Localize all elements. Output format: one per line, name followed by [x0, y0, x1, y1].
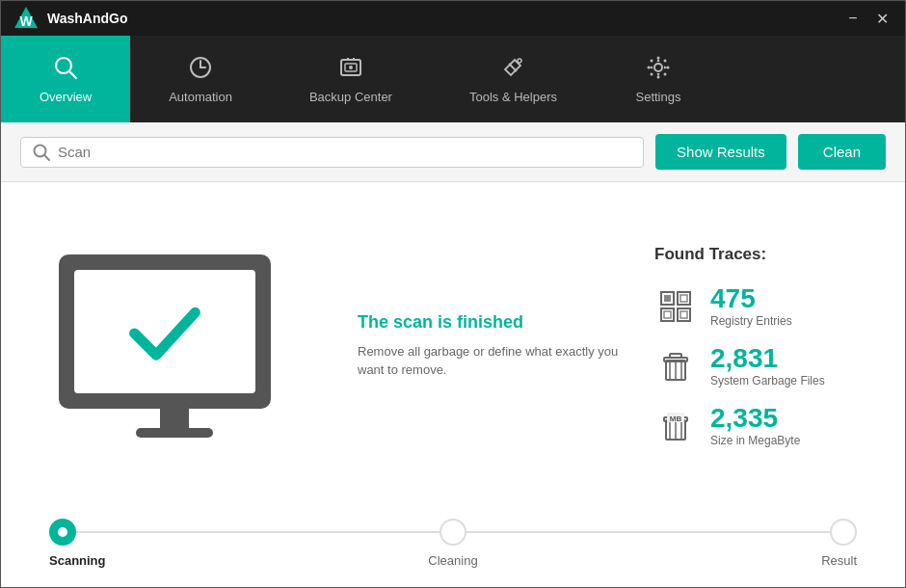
- search-icon: [33, 144, 50, 161]
- registry-count: 475: [710, 285, 792, 312]
- size-stat-row: MB 2,335 Size in MegaByte: [654, 405, 876, 447]
- app-logo-icon: W: [13, 5, 40, 32]
- svg-rect-30: [680, 311, 687, 318]
- garbage-stat-row: 2,831 System Garbage Files: [654, 345, 876, 388]
- svg-line-10: [509, 64, 517, 71]
- svg-rect-24: [678, 292, 690, 305]
- close-button[interactable]: ✕: [870, 7, 893, 30]
- result-label-wrap: Result: [760, 553, 857, 568]
- svg-line-22: [44, 155, 49, 160]
- stats-area: Found Traces:: [654, 201, 876, 490]
- mb-icon: MB: [654, 405, 697, 447]
- status-title: The scan is finished: [358, 312, 635, 333]
- overview-icon: [53, 55, 78, 84]
- svg-rect-29: [664, 311, 671, 318]
- nav-item-tools[interactable]: Tools & Helpers: [431, 36, 596, 122]
- nav-item-settings[interactable]: Settings: [596, 36, 721, 122]
- svg-point-14: [657, 75, 660, 78]
- svg-rect-28: [680, 295, 687, 302]
- progress-bar-area: Scanning Cleaning Result: [1, 509, 905, 587]
- monitor-illustration: [59, 254, 290, 438]
- title-bar: W WashAndGo − ✕: [1, 1, 905, 36]
- svg-point-16: [667, 66, 670, 68]
- step-cleaning-circle: [440, 519, 466, 546]
- monitor-screen: [74, 270, 255, 393]
- nav-tools-label: Tools & Helpers: [469, 90, 557, 104]
- steps-labels: Scanning Cleaning Result: [49, 553, 857, 568]
- monitor-base: [136, 428, 213, 438]
- step-line-1: [76, 531, 440, 533]
- scanning-label-wrap: Scanning: [49, 553, 146, 568]
- svg-point-13: [657, 56, 660, 59]
- show-results-button[interactable]: Show Results: [655, 134, 786, 170]
- step-result-circle: [830, 519, 857, 546]
- window-controls: − ✕: [841, 7, 893, 30]
- svg-point-20: [664, 72, 667, 75]
- content-area: Show Results Clean: [1, 122, 905, 587]
- nav-item-automation[interactable]: Automation: [130, 36, 271, 122]
- garbage-label: System Garbage Files: [710, 374, 825, 388]
- step-cleaning-label: Cleaning: [428, 553, 477, 568]
- settings-icon: [646, 55, 671, 84]
- clean-button[interactable]: Clean: [798, 134, 886, 170]
- size-label: Size in MegaByte: [710, 434, 800, 447]
- svg-rect-27: [664, 295, 671, 302]
- svg-rect-36: [670, 354, 681, 358]
- registry-stat-row: 475 Registry Entries: [654, 285, 876, 328]
- svg-point-19: [651, 72, 653, 75]
- nav-settings-label: Settings: [636, 90, 681, 104]
- registry-stat-values: 475 Registry Entries: [710, 285, 792, 328]
- garbage-stat-values: 2,831 System Garbage Files: [710, 345, 825, 388]
- main-panel: The scan is finished Remove all garbage …: [1, 182, 905, 509]
- svg-point-18: [664, 59, 667, 62]
- registry-icon: [654, 285, 697, 328]
- illustration-area: [30, 201, 319, 490]
- nav-item-overview[interactable]: Overview: [1, 36, 130, 122]
- svg-point-11: [518, 59, 521, 63]
- nav-bar: Overview Automation Backup: [1, 36, 905, 122]
- svg-line-3: [69, 71, 76, 78]
- svg-text:W: W: [19, 13, 33, 29]
- tools-icon: [500, 55, 525, 84]
- status-highlight: finished: [457, 312, 523, 332]
- cleaning-label-wrap: Cleaning: [405, 553, 501, 568]
- status-description: Remove all garbage or define what exactl…: [358, 342, 635, 380]
- svg-rect-26: [678, 308, 690, 321]
- backup-center-icon: [338, 55, 363, 84]
- monitor-body: [59, 254, 271, 409]
- found-traces-heading: Found Traces:: [654, 245, 876, 264]
- nav-automation-label: Automation: [169, 90, 232, 104]
- nav-backup-label: Backup Center: [309, 90, 392, 104]
- registry-label: Registry Entries: [710, 314, 792, 328]
- minimize-button[interactable]: −: [841, 7, 865, 30]
- automation-icon: [188, 55, 213, 84]
- step-scanning-label: Scanning: [49, 553, 106, 568]
- garbage-count: 2,831: [710, 345, 825, 372]
- trash-icon: [654, 345, 697, 388]
- svg-point-9: [349, 66, 353, 69]
- search-box: [20, 137, 644, 168]
- nav-item-backup-center[interactable]: Backup Center: [271, 36, 431, 122]
- size-count: 2,335: [710, 405, 800, 432]
- status-text-area: The scan is finished Remove all garbage …: [338, 201, 635, 490]
- steps-track: [49, 519, 857, 546]
- status-prefix: The scan is: [358, 312, 457, 332]
- search-input[interactable]: [58, 144, 631, 160]
- monitor-stand: [160, 409, 189, 428]
- step-result-label: Result: [821, 553, 857, 568]
- nav-overview-label: Overview: [40, 90, 92, 104]
- checkmark-icon: [121, 288, 208, 375]
- app-title: WashAndGo: [47, 11, 841, 26]
- svg-point-15: [648, 66, 651, 68]
- svg-point-12: [654, 64, 662, 71]
- size-stat-values: 2,335 Size in MegaByte: [710, 405, 800, 447]
- action-bar: Show Results Clean: [1, 122, 905, 182]
- step-line-2: [466, 531, 830, 533]
- app-window: W WashAndGo − ✕ Overview: [0, 0, 906, 588]
- svg-point-17: [651, 59, 653, 62]
- step-scanning-circle: [49, 519, 76, 546]
- svg-text:MB: MB: [670, 414, 682, 423]
- svg-rect-25: [661, 308, 674, 321]
